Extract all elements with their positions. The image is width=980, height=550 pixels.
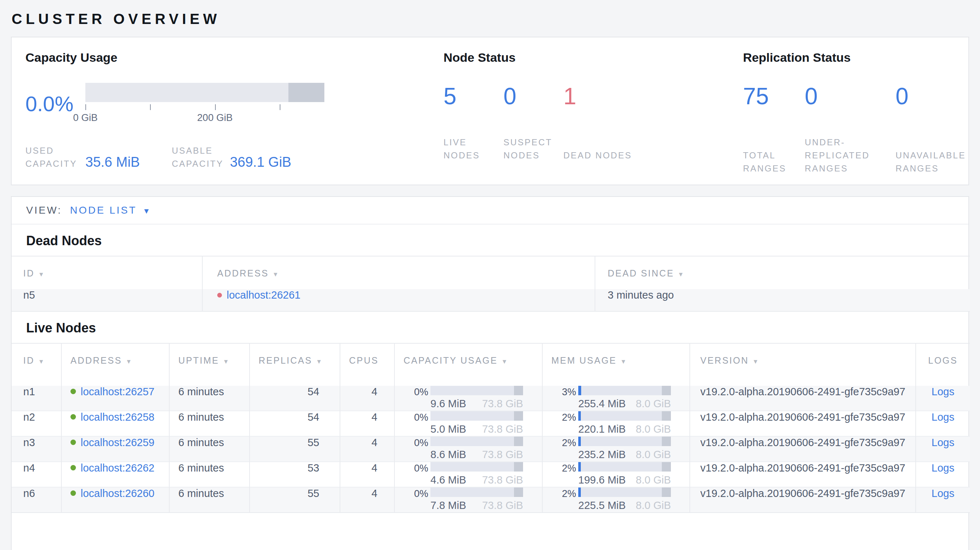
dead-column-header-dead-since[interactable]: DEAD SINCE▼ bbox=[595, 256, 970, 289]
node-version: v19.2.0-alpha.20190606-2491-gfe735c9a97 bbox=[690, 411, 916, 436]
sort-arrow-icon: ▼ bbox=[316, 358, 323, 365]
mem-usage-cell: 2% 225.5 MiB8.0 GiB bbox=[551, 488, 689, 512]
node-version: v19.2.0-alpha.20190606-2491-gfe735c9a97 bbox=[690, 386, 916, 411]
axis-label-200gib: 200 GiB bbox=[197, 112, 233, 124]
logs-link[interactable]: Logs bbox=[932, 437, 955, 448]
capacity-mini-bar bbox=[430, 386, 523, 395]
sort-arrow-icon: ▼ bbox=[620, 358, 628, 365]
live-nodes-count: 5 bbox=[444, 83, 503, 110]
view-label: VIEW: bbox=[26, 205, 62, 216]
dead-nodes-count: 1 bbox=[563, 83, 721, 110]
column-header-address[interactable]: ADDRESS▼ bbox=[61, 343, 169, 386]
column-header-mem-usage[interactable]: MEM USAGE▼ bbox=[542, 343, 690, 386]
column-header-id[interactable]: ID▼ bbox=[12, 343, 61, 386]
logs-link[interactable]: Logs bbox=[932, 462, 955, 474]
view-dropdown[interactable]: NODE LIST ▼ bbox=[70, 205, 150, 216]
total-ranges-label: TOTAL RANGES bbox=[743, 149, 805, 175]
capacity-usage-cell: 0% 7.8 MiB73.8 GiB bbox=[404, 488, 542, 512]
node-address-link[interactable]: localhost:26261 bbox=[227, 289, 301, 301]
node-address-link[interactable]: localhost:26262 bbox=[81, 462, 154, 474]
capacity-usage-cell: 0% 9.6 MiB73.8 GiB bbox=[404, 386, 542, 410]
capacity-mini-bar bbox=[430, 488, 523, 497]
node-version: v19.2.0-alpha.20190606-2491-gfe735c9a97 bbox=[690, 436, 916, 462]
dead-table-header-row: ID▼ ADDRESS▼ DEAD SINCE▼ bbox=[12, 256, 970, 289]
logs-link[interactable]: Logs bbox=[932, 386, 955, 397]
sort-arrow-icon: ▼ bbox=[38, 271, 45, 278]
live-status-icon bbox=[70, 389, 76, 394]
suspect-nodes-count: 0 bbox=[503, 83, 563, 110]
capacity-usage-title: Capacity Usage bbox=[25, 51, 422, 65]
node-cpus: 4 bbox=[340, 436, 395, 462]
usable-capacity-value: 369.1 GiB bbox=[230, 154, 291, 170]
sort-arrow-icon: ▼ bbox=[678, 271, 685, 278]
live-table-header-row: ID▼ ADDRESS▼ UPTIME▼ REPLICAS▼ CPUS CAPA… bbox=[12, 343, 970, 386]
node-replicas: 55 bbox=[250, 487, 340, 513]
capacity-usage-cell: 0% 5.0 MiB73.8 GiB bbox=[404, 411, 542, 435]
column-header-uptime[interactable]: UPTIME▼ bbox=[169, 343, 250, 386]
column-header-replicas[interactable]: REPLICAS▼ bbox=[250, 343, 340, 386]
node-cpus: 4 bbox=[340, 386, 395, 411]
node-address-link[interactable]: localhost:26258 bbox=[81, 411, 154, 423]
sort-arrow-icon: ▼ bbox=[223, 358, 230, 365]
column-header-logs: LOGS bbox=[916, 343, 970, 386]
dead-column-header-id[interactable]: ID▼ bbox=[12, 256, 202, 289]
node-cpus: 4 bbox=[340, 487, 395, 513]
view-selector-bar: VIEW: NODE LIST ▼ bbox=[12, 197, 968, 224]
node-id: n6 bbox=[12, 487, 61, 513]
mem-usage-cell: 2% 199.6 MiB8.0 GiB bbox=[551, 462, 689, 486]
live-nodes-rows: n1 localhost:26257 6 minutes 54 4 0% 9.6… bbox=[12, 386, 970, 513]
chevron-down-icon: ▼ bbox=[143, 207, 150, 215]
table-row: n6 localhost:26260 6 minutes 55 4 0% 7.8… bbox=[12, 487, 970, 513]
table-row: n1 localhost:26257 6 minutes 54 4 0% 9.6… bbox=[12, 386, 970, 411]
live-nodes-label: LIVE NODES bbox=[444, 136, 503, 162]
node-replicas: 55 bbox=[250, 436, 340, 462]
node-version: v19.2.0-alpha.20190606-2491-gfe735c9a97 bbox=[690, 462, 916, 487]
mem-mini-bar bbox=[578, 462, 671, 472]
node-status-panel: Node Status 5 0 1 LIVE NODES SUSPECT NOD… bbox=[433, 37, 732, 184]
node-address-link[interactable]: localhost:26259 bbox=[81, 437, 154, 448]
node-status-title: Node Status bbox=[444, 51, 721, 65]
mem-mini-bar bbox=[578, 411, 671, 421]
logs-link[interactable]: Logs bbox=[932, 488, 955, 499]
mem-mini-bar bbox=[578, 488, 671, 497]
node-replicas: 53 bbox=[250, 462, 340, 487]
table-row: n2 localhost:26258 6 minutes 54 4 0% 5.0… bbox=[12, 411, 970, 436]
dead-since-value: 3 minutes ago bbox=[595, 289, 970, 312]
mem-usage-cell: 2% 235.2 MiB8.0 GiB bbox=[551, 437, 689, 461]
mem-mini-bar bbox=[578, 437, 671, 446]
node-replicas: 54 bbox=[250, 411, 340, 436]
mem-mini-bar bbox=[578, 386, 671, 395]
node-version: v19.2.0-alpha.20190606-2491-gfe735c9a97 bbox=[690, 487, 916, 513]
page-title: CLUSTER OVERVIEW bbox=[12, 11, 969, 27]
node-uptime: 6 minutes bbox=[169, 411, 250, 436]
unavailable-ranges-count: 0 bbox=[896, 83, 963, 110]
dead-nodes-heading: Dead Nodes bbox=[12, 224, 968, 256]
capacity-usage-cell: 0% 8.6 MiB73.8 GiB bbox=[404, 437, 542, 461]
node-id: n3 bbox=[12, 436, 61, 462]
node-uptime: 6 minutes bbox=[169, 386, 250, 411]
logs-link[interactable]: Logs bbox=[932, 411, 955, 423]
node-cpus: 4 bbox=[340, 462, 395, 487]
live-nodes-heading: Live Nodes bbox=[12, 312, 968, 343]
capacity-mini-bar bbox=[430, 411, 523, 421]
usable-capacity-stat: USABLE CAPACITY 369.1 GiB bbox=[172, 144, 291, 170]
unavailable-ranges-label: UNAVAILABLE RANGES bbox=[896, 149, 963, 175]
node-address-link[interactable]: localhost:26260 bbox=[81, 488, 154, 499]
column-header-capacity-usage[interactable]: CAPACITY USAGE▼ bbox=[395, 343, 542, 386]
under-replicated-ranges-count: 0 bbox=[805, 83, 896, 110]
table-row: n5 localhost:26261 3 minutes ago bbox=[12, 289, 970, 312]
view-dropdown-value: NODE LIST bbox=[70, 205, 137, 216]
node-list-card: VIEW: NODE LIST ▼ Dead Nodes ID▼ ADDRESS… bbox=[11, 196, 969, 550]
table-row: n4 localhost:26262 6 minutes 53 4 0% 4.6… bbox=[12, 462, 970, 487]
column-header-version[interactable]: VERSION▼ bbox=[690, 343, 916, 386]
dead-column-header-address[interactable]: ADDRESS▼ bbox=[202, 256, 595, 289]
column-header-cpus: CPUS bbox=[340, 343, 395, 386]
total-ranges-count: 75 bbox=[743, 83, 805, 110]
node-address-link[interactable]: localhost:26257 bbox=[81, 386, 154, 397]
capacity-bar-chart: 0.0% 0 GiB 200 GiB bbox=[25, 83, 422, 125]
replication-status-panel: Replication Status 75 0 0 TOTAL RANGES U… bbox=[732, 37, 968, 184]
sort-arrow-icon: ▼ bbox=[501, 358, 509, 365]
node-uptime: 6 minutes bbox=[169, 487, 250, 513]
dead-nodes-label: DEAD NODES bbox=[563, 149, 721, 162]
used-capacity-stat: USED CAPACITY 35.6 MiB bbox=[25, 144, 140, 170]
